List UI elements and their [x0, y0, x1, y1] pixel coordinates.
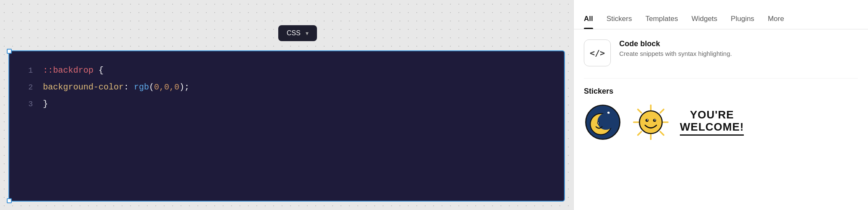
canvas-area: CSS ▾ 1 ::backdrop { 2 background-color … [0, 0, 573, 210]
svg-line-14 [638, 132, 641, 135]
svg-line-13 [660, 109, 664, 113]
stickers-section-title: Stickers [584, 87, 858, 96]
svg-line-11 [638, 109, 641, 113]
youre-welcome-sticker[interactable]: YOU'REWELCOME! [680, 109, 744, 136]
code-brace-open: { [93, 64, 104, 77]
code-colon: : [124, 81, 134, 94]
svg-point-4 [597, 113, 614, 130]
code-paren-open: ( [149, 81, 154, 94]
code-block-description: Create snippets with syntax highlighting… [619, 50, 732, 57]
line-number-3: 3 [18, 98, 33, 110]
line-number-2: 2 [18, 81, 33, 94]
svg-point-19 [655, 119, 656, 121]
code-block-title: Code block [619, 39, 732, 48]
panel-content: </> Code block Create snippets with synt… [574, 29, 868, 151]
right-panel: All Stickers Templates Widgets Plugins M… [573, 0, 868, 210]
code-line-2: 2 background-color : rgb ( 0,0,0 ); [18, 81, 556, 94]
tab-widgets[interactable]: Widgets [692, 15, 717, 29]
code-line-1: 1 ::backdrop { [18, 64, 556, 77]
line-number-1: 1 [18, 65, 33, 77]
resize-handle-bottomleft[interactable] [7, 198, 12, 203]
dropdown-label: CSS [287, 29, 301, 37]
code-block-icon: </> [584, 39, 611, 66]
divider [584, 78, 858, 79]
code-lines: 1 ::backdrop { 2 background-color : rgb … [18, 60, 556, 118]
tab-templates[interactable]: Templates [645, 15, 678, 29]
tab-bar: All Stickers Templates Widgets Plugins M… [574, 0, 868, 29]
code-paren-close: ); [179, 81, 189, 94]
code-property: background-color [43, 81, 124, 94]
code-brace-close: } [43, 97, 48, 111]
code-block-text: Code block Create snippets with syntax h… [619, 39, 732, 57]
stickers-row: YOU'REWELCOME! [584, 103, 858, 141]
tab-stickers[interactable]: Stickers [607, 15, 632, 29]
resize-handle-topleft[interactable] [7, 49, 12, 54]
code-block-card[interactable]: </> Code block Create snippets with synt… [584, 39, 858, 66]
svg-line-12 [660, 132, 664, 135]
code-function: rgb [134, 81, 149, 94]
svg-point-6 [598, 122, 599, 123]
chevron-down-icon: ▾ [306, 30, 309, 37]
svg-point-18 [647, 119, 648, 121]
moon-sticker[interactable] [584, 103, 622, 141]
tab-plugins[interactable]: Plugins [731, 15, 754, 29]
tab-all[interactable]: All [584, 15, 593, 29]
css-language-dropdown[interactable]: CSS ▾ [278, 25, 317, 41]
code-editor-block: 1 ::backdrop { 2 background-color : rgb … [8, 50, 565, 202]
code-selector: ::backdrop [43, 64, 93, 77]
sun-sticker[interactable] [632, 103, 670, 141]
svg-point-15 [639, 111, 662, 134]
code-argument: 0,0,0 [154, 81, 179, 94]
tab-more[interactable]: More [768, 15, 784, 29]
code-line-3: 3 } [18, 97, 556, 111]
